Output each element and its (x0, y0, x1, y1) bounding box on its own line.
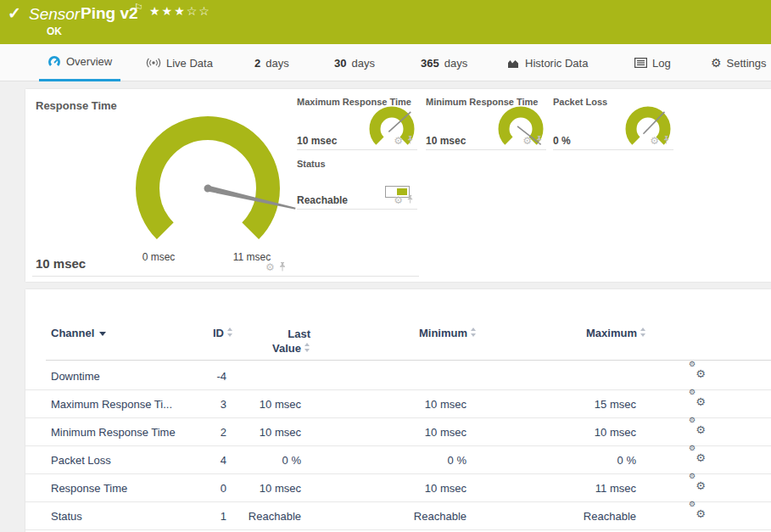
tab-settings[interactable]: Settings (707, 44, 770, 81)
tab-30-days[interactable]: 30 days (331, 44, 378, 81)
cell-id: -4 (153, 362, 226, 390)
tab-log[interactable]: Log (631, 44, 674, 81)
log-list-icon (634, 58, 647, 68)
table-row-downtime[interactable]: Downtime -4 (25, 362, 771, 390)
channel-settings-gear-icon[interactable] (522, 132, 532, 148)
gauge-scale-min: 0 msec (133, 251, 184, 263)
pin-icon[interactable] (406, 135, 414, 145)
gauge-icon (47, 55, 61, 69)
channel-settings-gears-icon[interactable] (689, 502, 706, 518)
sort-icon (471, 328, 477, 337)
column-header-channel[interactable]: Channel (51, 327, 106, 339)
cell-maximum: Reachable (534, 502, 636, 530)
channel-settings-gears-icon[interactable] (689, 390, 706, 406)
tab-historic-data-label: Historic Data (525, 57, 588, 70)
area-chart-icon (507, 58, 520, 69)
table-row-minimum-response-time[interactable]: Minimum Response Time 2 10 msec 10 msec … (25, 418, 771, 446)
object-kind-label: Sensor (29, 5, 80, 24)
column-header-label: Maximum (586, 327, 637, 339)
gear-icon (711, 56, 722, 70)
tab-365-days[interactable]: 365 days (417, 44, 471, 81)
cell-minimum: 0 % (365, 446, 467, 474)
table-row-packet-loss[interactable]: Packet Loss 4 0 % 0 % 0 % (25, 446, 771, 474)
response-time-gauge (112, 92, 307, 253)
star-filled-icon[interactable] (174, 4, 187, 18)
sort-desc-icon (99, 332, 106, 336)
gauge-value: Reachable (297, 194, 348, 206)
channel-settings-gear-icon[interactable] (650, 132, 659, 148)
column-header-label: ID (213, 327, 224, 339)
pin-icon[interactable] (406, 194, 414, 204)
tab-historic-data[interactable]: Historic Data (504, 44, 591, 81)
cell-minimum: 10 msec (365, 390, 467, 418)
status-ok-check-icon (8, 3, 21, 23)
tab-log-label: Log (652, 57, 671, 70)
priority-stars[interactable] (149, 4, 211, 18)
tab-30-days-number: 30 (334, 57, 346, 70)
gauge-value: 10 msec (36, 256, 86, 271)
star-empty-icon[interactable] (198, 4, 211, 18)
tab-2-days-number: 2 (254, 57, 260, 70)
live-signal-icon (146, 57, 161, 69)
cell-maximum: 15 msec (534, 390, 636, 418)
tab-overview[interactable]: Overview (39, 44, 120, 81)
channel-settings-gear-icon[interactable] (394, 192, 403, 207)
gauge-value: 0 % (553, 135, 571, 147)
sort-icon (640, 328, 646, 337)
cell-maximum: 0 % (534, 446, 636, 474)
channel-rows: Downtime -4 Maximum Response Ti... 3 10 … (25, 362, 771, 530)
sensor-name: Ping v2 (81, 4, 138, 23)
tab-settings-label: Settings (727, 57, 767, 70)
pin-icon[interactable] (662, 135, 670, 145)
tab-2-days-label: days (265, 57, 288, 70)
table-row-maximum-response-time[interactable]: Maximum Response Ti... 3 10 msec 10 msec… (25, 390, 771, 418)
channel-settings-gears-icon[interactable] (689, 362, 706, 378)
tab-live-data-label: Live Data (166, 57, 213, 70)
separator (32, 276, 419, 277)
cell-maximum: 11 msec (534, 474, 636, 502)
cell-id: 3 (153, 390, 226, 418)
tab-2-days[interactable]: 2 days (251, 44, 293, 81)
cell-minimum: 10 msec (365, 418, 467, 446)
star-filled-icon[interactable] (162, 4, 175, 18)
channel-settings-gears-icon[interactable] (689, 474, 706, 490)
gauge-status: Status Reachable (297, 159, 417, 210)
prtg-sensor-page: Sensor Ping v2 OK Overview Live Data 2 d… (0, 0, 771, 532)
sort-icon (227, 328, 233, 337)
gauge-title: Status (297, 159, 326, 169)
channel-settings-gears-icon[interactable] (689, 418, 706, 434)
cell-id: 0 (153, 474, 226, 502)
sensor-status-badge: OK (47, 25, 62, 37)
flag-icon[interactable] (134, 2, 143, 14)
pin-icon[interactable] (535, 135, 543, 145)
star-empty-icon[interactable] (187, 4, 199, 18)
channel-settings-gear-icon[interactable] (265, 259, 275, 274)
gauge-maximum-response-time: Maximum Response Time 10 msec (297, 97, 417, 150)
cell-last-value: 10 msec (221, 418, 301, 446)
column-header-maximum[interactable]: Maximum (551, 327, 646, 339)
column-header-label: Minimum (419, 327, 467, 339)
pin-icon[interactable] (278, 261, 287, 272)
column-header-id[interactable]: ID (153, 327, 233, 339)
channels-table-panel: Channel ID Last Value Minimum Maximum Do… (25, 289, 771, 532)
cell-last-value: Reachable (221, 502, 301, 530)
cell-last-value: 0 % (221, 446, 301, 474)
gauge-packet-loss: Packet Loss 0 % (553, 97, 673, 150)
overview-gauges-panel: Response Time 0 msec 11 msec 10 msec Max… (25, 89, 771, 282)
tab-30-days-label: days (351, 57, 374, 70)
cell-id: 1 (153, 502, 226, 530)
gauge-value: 10 msec (426, 135, 466, 147)
channel-settings-gear-icon[interactable] (394, 132, 403, 148)
tab-live-data[interactable]: Live Data (142, 44, 216, 81)
cell-last-value: 10 msec (221, 390, 301, 418)
column-header-minimum[interactable]: Minimum (382, 327, 477, 339)
table-row-status[interactable]: Status 1 Reachable Reachable Reachable (25, 502, 771, 530)
table-row-response-time[interactable]: Response Time 0 10 msec 10 msec 11 msec (25, 474, 771, 502)
cell-id: 2 (153, 418, 226, 446)
star-filled-icon[interactable] (149, 4, 162, 18)
cell-last-value: 10 msec (221, 474, 301, 502)
channel-settings-gears-icon[interactable] (689, 446, 706, 462)
cell-channel: Status (51, 502, 82, 530)
column-header-last-value[interactable]: Last Value (261, 327, 310, 356)
gauge-title: Packet Loss (553, 97, 607, 107)
